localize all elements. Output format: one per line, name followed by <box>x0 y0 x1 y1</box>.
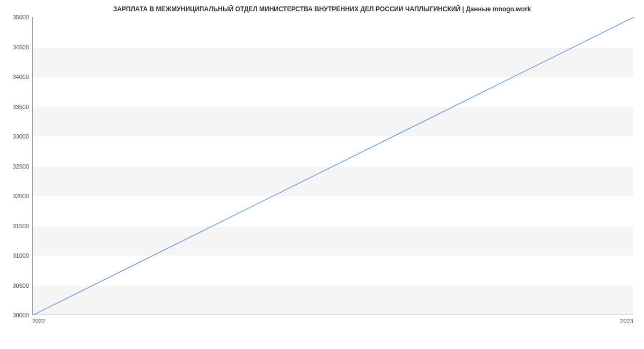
y-tick-label: 32500 <box>12 163 29 170</box>
y-tick-label: 34000 <box>12 74 29 80</box>
y-tick-label: 33000 <box>12 133 29 140</box>
data-line <box>33 17 634 315</box>
svg-line-0 <box>33 17 634 315</box>
y-tick-label: 31500 <box>12 223 29 229</box>
y-tick-label: 34500 <box>12 44 29 50</box>
y-tick-label: 30000 <box>12 312 29 318</box>
y-tick-label: 33500 <box>12 104 29 110</box>
y-tick-label: 30500 <box>12 282 29 289</box>
y-tick-label: 35000 <box>12 14 29 20</box>
y-tick-label: 32000 <box>12 193 29 199</box>
plot-area <box>32 17 633 315</box>
x-tick-label: 2022 <box>32 318 45 324</box>
grid-line <box>33 315 633 316</box>
y-tick-label: 31000 <box>12 252 29 259</box>
chart-container: 3000030500310003150032000325003300033500… <box>32 17 633 323</box>
x-tick-label: 2023 <box>620 318 633 324</box>
chart-title: ЗАРПЛАТА В МЕЖМУНИЦИПАЛЬНЫЙ ОТДЕЛ МИНИСТ… <box>0 0 644 17</box>
